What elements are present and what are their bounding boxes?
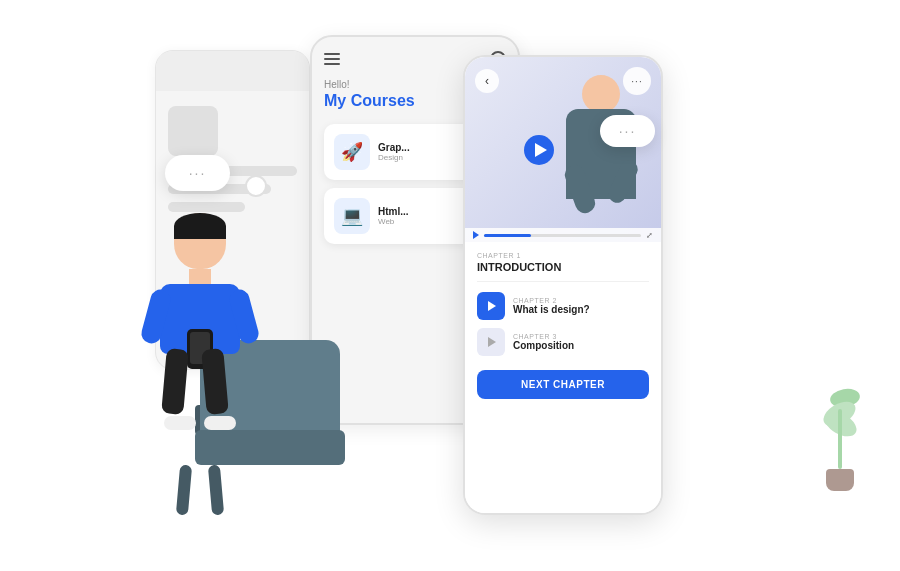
video-area: ‹ ··· ⤢	[465, 57, 661, 242]
fullscreen-icon[interactable]: ⤢	[646, 231, 653, 240]
progress-track	[484, 234, 641, 237]
chapter-1-label: CHAPTER 1	[477, 252, 649, 259]
person-arm-right	[227, 287, 261, 345]
chair-seat	[195, 430, 345, 465]
chair-leg-right	[176, 465, 192, 516]
hamburger-icon[interactable]	[324, 53, 340, 65]
plant-pot	[826, 469, 854, 491]
person	[135, 213, 265, 430]
course-name-1: Grap...	[378, 142, 410, 153]
chapter-3-name: Composition	[513, 340, 574, 351]
progress-fill	[484, 234, 531, 237]
chapter-2-play-button[interactable]	[477, 292, 505, 320]
chapter-2-play-icon	[488, 301, 496, 311]
progress-play-icon	[473, 231, 479, 239]
person-arm-left	[139, 287, 173, 345]
person-shoe-right	[204, 416, 236, 430]
plant-decoration	[815, 389, 865, 491]
next-chapter-button[interactable]: NEXT CHAPTER	[477, 370, 649, 399]
scene: Hello! My Courses 🚀 Grap... Design 💻 Htm…	[0, 0, 900, 571]
person-leg-right	[201, 348, 229, 415]
person-shoe-left	[164, 416, 196, 430]
chapter-2-label: CHAPTER 2	[513, 297, 590, 304]
chapter-2-item[interactable]: CHAPTER 2 What is design?	[477, 292, 649, 320]
more-options-button[interactable]: ···	[623, 67, 651, 95]
course-name-2: Html...	[378, 206, 409, 217]
chapter-3-play-icon	[488, 337, 496, 347]
person-hair	[174, 213, 226, 239]
instructor-arm-right	[605, 157, 640, 205]
video-play-button[interactable]	[524, 135, 554, 165]
instructor-arm-left	[562, 162, 598, 216]
chat-bubble-right: ···	[600, 115, 655, 147]
person-neck	[189, 269, 211, 284]
play-icon	[535, 143, 547, 157]
chat-bubble-left-dots: ···	[189, 165, 207, 181]
course-sub-2: Web	[378, 217, 409, 226]
back-button[interactable]: ‹	[475, 69, 499, 93]
person-leg-left	[161, 348, 189, 415]
person-illustration	[60, 90, 340, 510]
video-topbar: ‹ ···	[475, 67, 651, 95]
chapter-2-name: What is design?	[513, 304, 590, 315]
course-content-area: CHAPTER 1 INTRODUCTION CHAPTER 2 What is…	[465, 242, 661, 513]
chat-bubble-left: ···	[165, 155, 230, 191]
chapter-1-section: CHAPTER 1 INTRODUCTION	[477, 252, 649, 282]
person-torso	[160, 284, 240, 354]
course-sub-1: Design	[378, 153, 410, 162]
chapter-3-item[interactable]: CHAPTER 3 Composition	[477, 328, 649, 356]
chat-bubble-right-dots: ···	[619, 123, 637, 139]
plant-stem	[838, 409, 842, 469]
person-head	[174, 213, 226, 269]
chair-leg-left	[208, 465, 224, 516]
chapter-3-label: CHAPTER 3	[513, 333, 574, 340]
chapter-3-play-button[interactable]	[477, 328, 505, 356]
video-progress-bar[interactable]: ⤢	[465, 228, 661, 242]
chapter-1-title: INTRODUCTION	[477, 261, 649, 273]
